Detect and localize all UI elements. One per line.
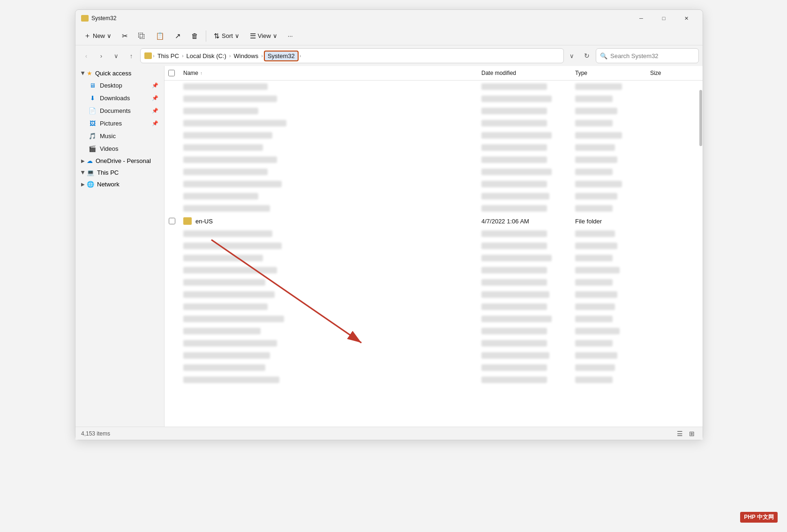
new-button[interactable]: ＋ New ∨ <box>79 29 116 43</box>
onedrive-chevron: ▶ <box>81 158 85 163</box>
view-button[interactable]: ☰ View ∨ <box>245 29 282 43</box>
view-chevron: ∨ <box>273 32 277 39</box>
onedrive-label: OneDrive - Personal <box>96 157 151 164</box>
downloads-pin-icon: 📌 <box>152 95 158 101</box>
view-label: View <box>258 32 271 39</box>
file-list: en-US 4/7/2022 1:06 AM File folder <box>165 81 703 427</box>
network-header[interactable]: ▶ 🌐 Network <box>77 179 162 190</box>
row-checkbox-area[interactable] <box>165 218 180 224</box>
content-area: Name ↑ Date modified Type Size <box>165 66 703 427</box>
table-row[interactable]: en-US 4/7/2022 1:06 AM File folder <box>165 214 703 228</box>
sidebar-item-desktop[interactable]: 🖥 Desktop 📌 <box>77 79 162 91</box>
watermark: PHP 中文网 <box>740 512 778 523</box>
onedrive-header[interactable]: ▶ ☁ OneDrive - Personal <box>77 155 162 166</box>
large-icons-view-button[interactable]: ⊞ <box>687 429 697 439</box>
blurred-row-b7 <box>165 301 703 313</box>
row-date-cell: 4/7/2022 1:06 AM <box>478 216 571 226</box>
sidebar-item-downloads[interactable]: ⬇ Downloads 📌 <box>77 92 162 104</box>
blurred-row-9 <box>165 178 703 190</box>
search-input[interactable] <box>610 52 695 59</box>
blurred-row-2 <box>165 93 703 105</box>
delete-button[interactable]: 🗑 <box>187 29 203 43</box>
sidebar-section-onedrive: ▶ ☁ OneDrive - Personal <box>75 155 164 166</box>
type-header[interactable]: Type <box>571 68 646 78</box>
breadcrumb-windows[interactable]: Windows <box>232 52 261 60</box>
window-folder-icon <box>81 15 89 22</box>
breadcrumb-bar[interactable]: › This PC › Local Disk (C:) › Windows › … <box>140 48 564 63</box>
breadcrumb-sep-3: › <box>261 53 263 59</box>
breadcrumb-thispc[interactable]: This PC <box>156 52 181 60</box>
up-button[interactable]: ↑ <box>124 49 138 63</box>
network-label: Network <box>97 181 120 188</box>
sidebar-item-documents[interactable]: 📄 Documents 📌 <box>77 104 162 117</box>
row-checkbox[interactable] <box>169 218 175 224</box>
minimize-button[interactable]: ─ <box>630 11 652 25</box>
blurred-row-b13 <box>165 374 703 386</box>
breadcrumb-localdisk[interactable]: Local Disk (C:) <box>185 52 228 60</box>
sidebar-item-music[interactable]: 🎵 Music <box>77 130 162 142</box>
main-area: ▶ ★ Quick access 🖥 Desktop 📌 ⬇ Downloads… <box>75 66 703 427</box>
type-header-label: Type <box>575 70 587 76</box>
scrollbar-track[interactable] <box>699 81 703 427</box>
cut-button[interactable]: ✂ <box>117 29 133 43</box>
checkbox-header[interactable] <box>165 68 180 78</box>
paste-button[interactable]: 📋 <box>151 29 169 43</box>
back-button[interactable]: ‹ <box>79 49 93 63</box>
thispc-icon: 💻 <box>87 169 94 176</box>
blurred-row-3 <box>165 105 703 117</box>
toolbar-divider <box>206 30 206 42</box>
sort-button[interactable]: ⇅ Sort ∨ <box>209 29 244 43</box>
breadcrumb-sep-4: › <box>300 53 301 59</box>
sidebar-item-pictures[interactable]: 🖼 Pictures 📌 <box>77 117 162 129</box>
forward-button[interactable]: › <box>94 49 108 63</box>
window-title: System32 <box>91 15 116 22</box>
search-box[interactable]: 🔍 <box>596 48 699 63</box>
thispc-header[interactable]: ▶ 💻 This PC <box>77 167 162 178</box>
sort-icon: ⇅ <box>214 32 220 40</box>
select-all-checkbox[interactable] <box>168 70 175 76</box>
item-count: 4,153 items <box>81 430 110 437</box>
star-icon: ★ <box>87 70 92 77</box>
file-name: en-US <box>195 218 213 225</box>
blurred-row-7 <box>165 154 703 166</box>
size-header-label: Size <box>650 70 661 76</box>
breadcrumb-folder-icon <box>144 52 152 59</box>
breadcrumb-dropdown-button[interactable]: ∨ <box>566 49 578 62</box>
documents-label: Documents <box>100 107 131 114</box>
column-headers: Name ↑ Date modified Type Size <box>165 66 703 81</box>
copy-button[interactable]: ⿻ <box>134 29 150 43</box>
sidebar-section-quickaccess: ▶ ★ Quick access 🖥 Desktop 📌 ⬇ Downloads… <box>75 68 164 155</box>
share-icon: ↗ <box>175 32 181 40</box>
share-button[interactable]: ↗ <box>170 29 186 43</box>
close-button[interactable]: ✕ <box>675 11 697 25</box>
blurred-row-b9 <box>165 325 703 337</box>
thispc-chevron: ▶ <box>81 171 86 175</box>
copy-icon: ⿻ <box>138 32 145 40</box>
date-header[interactable]: Date modified <box>478 68 571 78</box>
size-header[interactable]: Size <box>646 68 703 78</box>
refresh-button[interactable]: ↻ <box>580 49 594 63</box>
desktop-icon: 🖥 <box>89 81 96 89</box>
more-button[interactable]: ··· <box>283 30 298 42</box>
scrollbar-thumb[interactable] <box>699 90 702 146</box>
name-sort-icon: ↑ <box>200 71 202 76</box>
blurred-row-b5 <box>165 276 703 288</box>
toolbar: ＋ New ∨ ✂ ⿻ 📋 ↗ 🗑 ⇅ Sort ∨ ☰ View ∨ <box>75 27 703 45</box>
new-icon: ＋ <box>84 31 91 40</box>
documents-pin-icon: 📌 <box>152 108 158 114</box>
network-icon: 🌐 <box>87 181 94 188</box>
sidebar-section-thispc: ▶ 💻 This PC <box>75 167 164 178</box>
maximize-button[interactable]: □ <box>653 11 675 25</box>
name-header[interactable]: Name ↑ <box>180 68 478 78</box>
sidebar-item-videos[interactable]: 🎬 Videos <box>77 142 162 155</box>
blurred-row-b11 <box>165 349 703 362</box>
recent-locations-button[interactable]: ∨ <box>109 49 123 63</box>
quick-access-chevron: ▶ <box>81 72 86 75</box>
documents-icon: 📄 <box>89 107 96 114</box>
breadcrumb-system32[interactable]: System32 <box>264 51 299 61</box>
videos-icon: 🎬 <box>89 145 96 152</box>
sidebar-section-network: ▶ 🌐 Network <box>75 179 164 190</box>
details-view-button[interactable]: ☰ <box>675 429 685 439</box>
quick-access-header[interactable]: ▶ ★ Quick access <box>77 68 162 79</box>
thispc-label: This PC <box>97 169 119 176</box>
